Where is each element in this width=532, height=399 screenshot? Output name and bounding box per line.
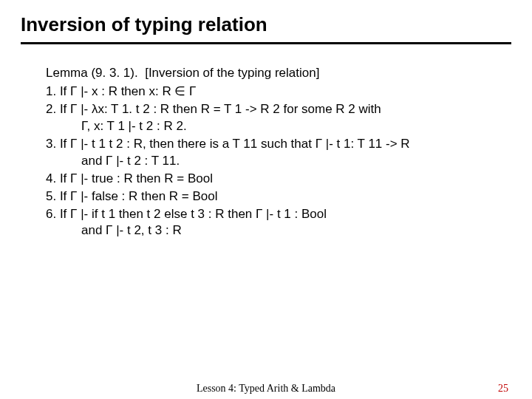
lemma-item-2: 2. If Γ |- λx: T 1. t 2 : R then R = T 1… <box>46 101 497 118</box>
footer-page-number: 25 <box>498 383 508 395</box>
lemma-item-2-cont: Γ, x: T 1 |- t 2 : R 2. <box>46 118 497 135</box>
slide-content: Lemma (9. 3. 1). [Inversion of the typin… <box>21 44 511 239</box>
lemma-item-1: 1. If Γ |- x : R then x: R ∈ Γ <box>46 83 497 100</box>
slide: Inversion of typing relation Lemma (9. 3… <box>0 0 532 239</box>
lemma-item-6: 6. If Γ |- if t 1 then t 2 else t 3 : R … <box>46 206 497 223</box>
lemma-item-6-cont: and Γ |- t 2, t 3 : R <box>46 222 497 239</box>
lemma-item-3: 3. If Γ |- t 1 t 2 : R, then there is a … <box>46 136 497 153</box>
lemma-item-3-cont: and Γ |- t 2 : T 11. <box>46 153 497 170</box>
slide-title: Inversion of typing relation <box>21 13 511 41</box>
footer-lesson: Lesson 4: Typed Arith & Lambda <box>0 383 532 395</box>
lemma-heading: Lemma (9. 3. 1). [Inversion of the typin… <box>46 65 497 82</box>
lemma-item-5: 5. If Γ |- false : R then R = Bool <box>46 188 497 205</box>
lemma-item-4: 4. If Γ |- true : R then R = Bool <box>46 171 497 188</box>
